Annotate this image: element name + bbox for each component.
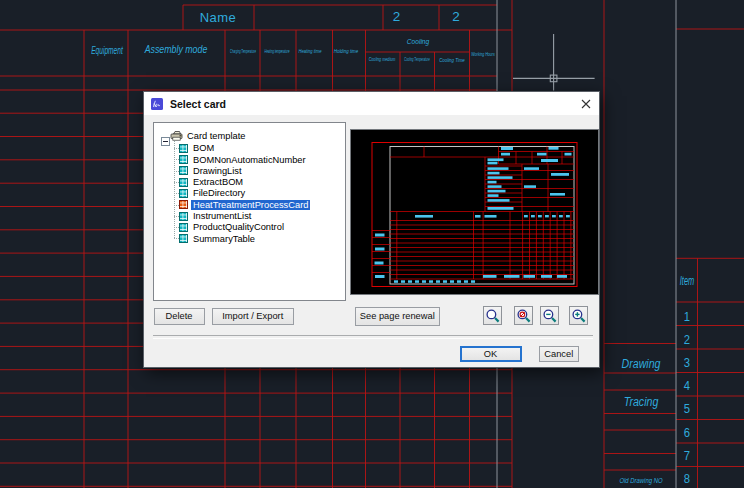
zoom-window-icon <box>516 308 531 323</box>
card-table-icon <box>179 144 188 153</box>
zoom-out-button[interactable] <box>540 306 559 325</box>
header-equipment: Equipment <box>91 46 123 56</box>
tree-item-label[interactable]: SummaryTable <box>191 234 257 244</box>
delete-button[interactable]: Delete <box>154 308 205 326</box>
header-cooling-medium: Cooling medium <box>369 58 396 63</box>
preview-cyan-annotations <box>375 147 572 283</box>
zoom-in-icon <box>571 308 586 323</box>
dialog-title: Select card <box>170 98 226 110</box>
right-row-1: 1 <box>683 311 689 324</box>
select-card-dialog: Select card <box>143 91 600 368</box>
zoom-in-button[interactable] <box>569 306 588 325</box>
card-table-icon <box>179 155 188 164</box>
card-template-folder-icon <box>170 130 183 141</box>
close-icon[interactable] <box>572 92 600 115</box>
header-cooling-time: Cooling Time <box>439 58 465 63</box>
right-row-3: 3 <box>683 357 689 370</box>
zoom-out-icon <box>542 308 557 323</box>
right-tracing-label: Tracing <box>623 396 658 409</box>
tree-collapse-icon[interactable] <box>161 137 170 146</box>
ok-button[interactable]: OK <box>460 346 522 363</box>
header-heating-time: Heating time <box>298 49 321 55</box>
tree-item-label[interactable]: ProductQualityControl <box>191 222 286 232</box>
header-cooling: Cooling <box>406 38 428 46</box>
header-holding-time: Holding time <box>334 49 358 55</box>
tree-item-heattreatmentprocesscard[interactable]: HeatTreatmentProcessCard <box>179 199 310 210</box>
tree-item-summarytable[interactable]: SummaryTable <box>179 233 257 244</box>
card-table-icon <box>179 234 188 243</box>
cad-application-window: Name 2 2 Equipment Assembly mode Chargin… <box>0 0 744 488</box>
right-row-5: 5 <box>683 403 689 416</box>
tree-root-label[interactable]: Card template <box>185 131 247 141</box>
tree-root-row[interactable]: Card template <box>157 130 247 141</box>
right-row-2: 2 <box>683 334 689 347</box>
tree-item-label[interactable]: InstrumentList <box>191 211 253 221</box>
tree-item-filedirectory[interactable]: FileDirectory <box>179 188 247 199</box>
preview-form-lines <box>372 147 574 280</box>
header-assembly-mode: Assembly mode <box>144 44 207 55</box>
tree-item-label[interactable]: FileDirectory <box>191 188 247 198</box>
card-table-icon <box>179 166 188 175</box>
tree-item-label[interactable]: HeatTreatmentProcessCard <box>191 200 310 210</box>
card-table-icon-selected <box>179 200 188 209</box>
right-drawing-label: Drawing <box>622 358 661 371</box>
cell-value-2: 2 <box>452 10 460 24</box>
zoom-icon <box>485 308 500 323</box>
right-row-4: 4 <box>683 380 689 393</box>
tree-item-extractbom[interactable]: ExtractBOM <box>179 177 245 188</box>
cell-value-1: 2 <box>393 10 401 24</box>
tree-item-label[interactable]: DrawingList <box>191 166 244 176</box>
dialog-separator <box>153 335 593 339</box>
right-row-8: 8 <box>683 472 689 485</box>
card-table-icon <box>179 178 188 187</box>
tree-item-instrumentlist[interactable]: InstrumentList <box>179 211 253 222</box>
header-cooling-temperature: Cooling Temperature <box>404 58 429 63</box>
tree-item-bomnonautomaticnumber[interactable]: BOMNonAutomaticNumber <box>179 154 308 165</box>
card-template-tree[interactable]: Card template BOM BOMNonAutomaticNumber … <box>153 122 346 301</box>
card-table-icon <box>179 212 188 221</box>
tree-connector-line <box>174 141 175 239</box>
tree-item-label[interactable]: BOM <box>191 143 216 153</box>
right-row-6: 6 <box>683 426 689 439</box>
cell-name-label: Name <box>200 11 237 24</box>
zoom-button[interactable] <box>483 306 502 325</box>
dialog-titlebar[interactable]: Select card <box>144 92 599 115</box>
header-working-hours: Working Hours <box>471 53 494 58</box>
header-charging-temperature: Charging Temperature <box>230 49 256 54</box>
app-logo-icon <box>151 98 163 110</box>
card-preview-panel <box>350 129 599 295</box>
card-table-icon <box>179 189 188 198</box>
tree-item-label[interactable]: ExtractBOM <box>191 177 245 187</box>
header-heating-temperature: Heating temperature <box>264 49 289 54</box>
card-template-preview-drawing <box>351 130 598 294</box>
tree-item-bom[interactable]: BOM <box>179 143 216 154</box>
tree-item-productqualitycontrol[interactable]: ProductQualityControl <box>179 222 286 233</box>
crosshair-cursor <box>513 34 595 91</box>
import-export-button[interactable]: Import / Export <box>212 308 294 326</box>
right-row-7: 7 <box>683 449 689 462</box>
right-item-label: Item <box>679 275 693 287</box>
tree-item-label[interactable]: BOMNonAutomaticNumber <box>191 155 308 165</box>
tree-item-drawinglist[interactable]: DrawingList <box>179 165 244 176</box>
see-page-renewal-button[interactable]: See page renewal <box>355 307 441 326</box>
cancel-button[interactable]: Cancel <box>539 346 580 362</box>
right-old-drawing-no-label: Old Drawing NO <box>619 477 662 485</box>
card-table-icon <box>179 223 188 232</box>
zoom-window-button[interactable] <box>514 306 533 325</box>
